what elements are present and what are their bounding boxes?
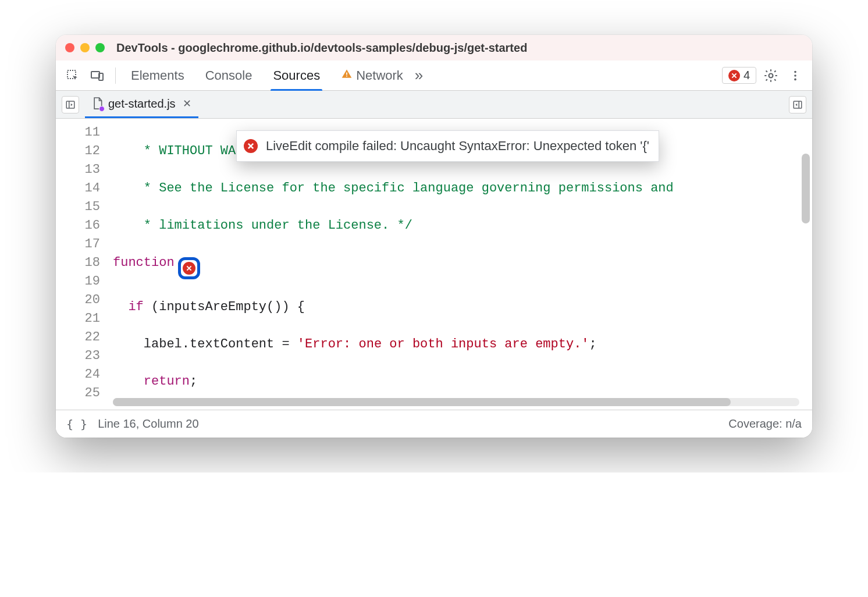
tab-network[interactable]: Network <box>339 61 405 90</box>
vertical-scrollbar[interactable] <box>802 154 810 392</box>
code-text: ; <box>190 374 197 389</box>
line-number: 19 <box>56 272 100 291</box>
devtools-window: DevTools - googlechrome.github.io/devtoo… <box>56 35 812 438</box>
coverage-status: Coverage: n/a <box>728 417 802 431</box>
main-toolbar: Elements Console Sources Network » 4 <box>56 61 812 91</box>
code-editor[interactable]: 11 12 13 14 15 16 17 18 19 20 21 22 23 2… <box>56 119 812 410</box>
svg-rect-4 <box>346 75 347 76</box>
code-text: label.textContent = <box>113 337 297 351</box>
code-text: * See the License for the specific langu… <box>113 181 674 196</box>
toolbar-divider <box>115 67 116 84</box>
warning-icon <box>341 68 353 83</box>
file-tab-name: get-started.js <box>108 97 176 111</box>
pretty-print-icon[interactable]: { } <box>66 417 87 431</box>
settings-gear-icon[interactable] <box>761 66 781 86</box>
code-text: if <box>128 300 143 314</box>
svg-point-6 <box>794 70 796 73</box>
svg-rect-9 <box>66 101 74 108</box>
line-number: 24 <box>56 365 100 384</box>
code-text: return <box>144 374 190 389</box>
horizontal-scrollbar[interactable] <box>113 398 799 406</box>
code-line: if (inputsAreEmpty()) { <box>113 298 812 317</box>
line-number: 14 <box>56 179 100 198</box>
inspect-element-icon[interactable] <box>63 66 83 86</box>
code-content[interactable]: * WITHOUT WARRANTIES OR CONDITIONS OF AN… <box>108 119 812 410</box>
file-tab-bar: get-started.js ✕ <box>56 91 812 119</box>
tab-sources-label: Sources <box>273 68 320 83</box>
line-number: 12 <box>56 142 100 161</box>
tab-console-label: Console <box>205 68 252 83</box>
tab-elements[interactable]: Elements <box>129 61 187 90</box>
line-number: 18 <box>56 254 100 272</box>
scrollbar-thumb[interactable] <box>802 154 810 223</box>
error-tooltip-text: LiveEdit compile failed: Uncaught Syntax… <box>266 137 649 155</box>
line-number: 16 <box>56 216 100 235</box>
svg-point-8 <box>794 78 796 80</box>
minimize-window-button[interactable] <box>80 43 90 52</box>
error-icon <box>183 262 195 275</box>
more-tabs-icon[interactable]: » <box>415 66 420 84</box>
tab-console[interactable]: Console <box>203 61 255 90</box>
line-number: 23 <box>56 347 100 365</box>
device-toolbar-icon[interactable] <box>87 66 107 86</box>
svg-rect-11 <box>794 101 802 108</box>
zoom-window-button[interactable] <box>95 43 105 52</box>
window-title: DevTools - googlechrome.github.io/devtoo… <box>116 41 527 55</box>
line-number-gutter: 11 12 13 14 15 16 17 18 19 20 21 22 23 2… <box>56 119 108 410</box>
code-line: * limitations under the License. */ <box>113 216 812 235</box>
svg-point-5 <box>769 73 773 77</box>
tab-elements-label: Elements <box>131 68 184 83</box>
scrollbar-thumb[interactable] <box>113 398 731 406</box>
modified-dot-icon <box>99 106 105 112</box>
syntax-error-marker[interactable] <box>178 257 200 279</box>
code-text <box>113 300 128 314</box>
error-tooltip: LiveEdit compile failed: Uncaught Syntax… <box>236 130 659 162</box>
error-icon <box>728 70 740 81</box>
svg-point-7 <box>794 74 796 77</box>
cursor-position: Line 16, Column 20 <box>98 417 198 431</box>
window-controls <box>65 43 105 52</box>
tab-network-label: Network <box>356 68 403 83</box>
panel-tabs: Elements Console Sources Network <box>129 61 405 90</box>
code-line: * See the License for the specific langu… <box>113 179 812 198</box>
status-bar: { } Line 16, Column 20 Coverage: n/a <box>56 410 812 438</box>
line-number: 25 <box>56 384 100 403</box>
code-text: * limitations under the License. */ <box>113 218 412 233</box>
error-count-value: 4 <box>744 69 750 82</box>
show-navigator-icon[interactable] <box>62 96 79 113</box>
code-text: 'Error: one or both inputs are empty.' <box>297 337 589 351</box>
code-text: function <box>113 255 175 270</box>
line-number: 11 <box>56 123 100 142</box>
svg-rect-1 <box>91 72 99 78</box>
line-number: 13 <box>56 161 100 179</box>
code-line: label.textContent = 'Error: one or both … <box>113 335 812 354</box>
code-text: ; <box>589 337 597 351</box>
line-number: 15 <box>56 198 100 216</box>
line-number: 21 <box>56 310 100 328</box>
code-text: (inputsAreEmpty()) { <box>144 300 305 314</box>
line-number: 22 <box>56 328 100 347</box>
code-line: function <box>113 254 812 279</box>
close-tab-icon[interactable]: ✕ <box>183 97 191 110</box>
titlebar: DevTools - googlechrome.github.io/devtoo… <box>56 35 812 61</box>
error-count-badge[interactable]: 4 <box>722 67 756 84</box>
show-debugger-icon[interactable] <box>789 96 806 113</box>
error-icon <box>244 139 258 153</box>
tab-sources[interactable]: Sources <box>271 61 322 90</box>
code-text <box>113 374 144 389</box>
svg-rect-3 <box>346 72 347 74</box>
file-tab[interactable]: get-started.js ✕ <box>85 91 198 118</box>
kebab-menu-icon[interactable] <box>785 66 805 86</box>
line-number: 17 <box>56 235 100 254</box>
line-number: 20 <box>56 291 100 310</box>
file-icon <box>92 97 104 111</box>
code-line: return; <box>113 372 812 391</box>
close-window-button[interactable] <box>65 43 74 52</box>
